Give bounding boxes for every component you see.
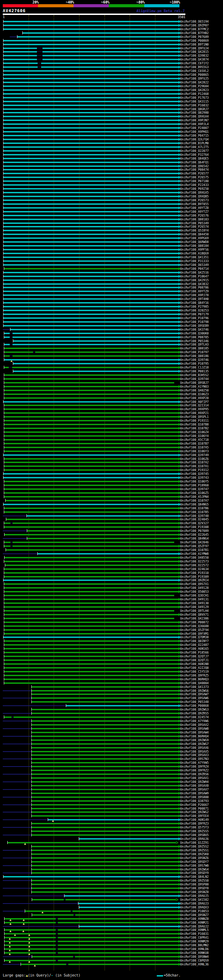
hit-bar[interactable] — [4, 492, 178, 494]
hit-bar[interactable] — [32, 815, 178, 817]
hit-label[interactable]: UniRef100_C5Y519 — [180, 670, 209, 673]
hit-label[interactable]: UniRef100_P16032 — [180, 103, 209, 107]
hit-label[interactable]: UniRef100_B6RHQ4 — [180, 735, 209, 738]
hit-bar[interactable] — [3, 169, 178, 170]
hit-bar[interactable] — [3, 180, 178, 182]
hit-label[interactable]: UniRef100_Q9SAX6 — [180, 746, 209, 749]
hit-label[interactable]: UniRef100_Q9ZWG6 — [180, 689, 209, 692]
hit-bar[interactable] — [32, 872, 178, 873]
hit-bar[interactable] — [4, 409, 178, 410]
hit-label[interactable]: UniRef100_P07180 — [180, 180, 209, 183]
hit-label[interactable]: UniRef100_Q9TLH3 — [180, 343, 209, 346]
hit-bar[interactable] — [32, 766, 178, 767]
hit-bar[interactable] — [32, 770, 178, 771]
hit-bar[interactable] — [32, 754, 178, 756]
hit-label[interactable]: UniRef100_Q43874 — [180, 58, 209, 61]
hit-bar[interactable] — [3, 123, 178, 125]
hit-bar[interactable] — [32, 720, 178, 722]
hit-bar[interactable] — [4, 644, 178, 646]
hit-bar[interactable] — [32, 773, 178, 775]
hit-label[interactable]: UniRef100_O22077 — [180, 149, 209, 153]
hit-label[interactable]: UniRef100_A6N1N8 — [180, 662, 209, 666]
hit-label[interactable]: UniRef100_O22573 — [180, 560, 209, 563]
hit-label[interactable]: UniRef100_Q39748 — [180, 514, 209, 518]
hit-label[interactable]: UniRef100_Q9ZWG3 — [180, 708, 209, 711]
hit-label[interactable]: UniRef100_Q39749 — [180, 453, 209, 457]
hit-label[interactable]: UniRef100_Q39832 — [180, 54, 209, 57]
hit-label[interactable]: UniRef100_Q9ZSS5 — [180, 829, 209, 833]
hit-label[interactable]: UniRef100_Q106Z4 — [180, 430, 209, 434]
hit-bar[interactable] — [3, 256, 178, 258]
hit-bar[interactable] — [4, 458, 178, 460]
hit-label[interactable]: UniRef100_A9PFS6 — [180, 248, 209, 251]
hit-bar[interactable] — [3, 112, 178, 113]
hit-bar[interactable] — [5, 922, 178, 923]
hit-label[interactable]: UniRef100_P19309 — [180, 575, 209, 579]
hit-bar[interactable] — [3, 150, 178, 151]
hit-bar[interactable] — [4, 576, 178, 578]
hit-bar[interactable] — [8, 842, 176, 843]
hit-bar[interactable] — [4, 633, 178, 635]
hit-bar[interactable] — [3, 253, 178, 254]
hit-label[interactable]: UniRef100_Q5I8Y4 — [180, 229, 209, 232]
hit-bar[interactable] — [21, 964, 178, 965]
hit-label[interactable]: UniRef100_P04714 — [180, 267, 209, 270]
hit-bar[interactable] — [4, 522, 178, 524]
hit-label[interactable]: UniRef100_Q84Y16 — [180, 301, 209, 304]
hit-label[interactable]: UniRef100_Q9ZRS5 — [180, 712, 209, 715]
hit-label[interactable]: UniRef100_Q5ZF94 — [180, 628, 209, 632]
hit-label[interactable]: UniRef100_P10647 — [180, 275, 209, 278]
hit-label[interactable]: UniRef100_Q43832 — [180, 282, 209, 286]
hit-label[interactable]: UniRef100_Q2I314 — [180, 404, 209, 407]
hit-label[interactable]: UniRef100_Q9SNZ8 — [180, 890, 209, 894]
hit-label[interactable]: UniRef100_B7FMC2 — [180, 27, 209, 31]
hit-label[interactable]: UniRef100_Q9SAW7 — [180, 692, 209, 696]
hit-bar[interactable] — [3, 321, 178, 323]
hit-label[interactable]: UniRef100_P00868 — [180, 704, 209, 708]
hit-label[interactable]: UniRef100_O49129 — [180, 605, 209, 609]
hit-label[interactable]: UniRef100_Q9SAX1 — [180, 776, 209, 780]
hit-label[interactable]: UniRef100_C6SVL2 — [180, 69, 209, 73]
hit-bar[interactable] — [3, 86, 178, 87]
hit-label[interactable]: UniRef100_P10053 — [180, 909, 209, 913]
hit-bar[interactable] — [3, 67, 178, 68]
hit-label[interactable]: UniRef100_A9NLD6 — [180, 947, 209, 951]
hit-label[interactable]: UniRef100_Q43746 — [180, 328, 209, 331]
hit-bar[interactable] — [3, 146, 178, 148]
hit-bar[interactable] — [4, 675, 178, 676]
hit-label[interactable]: UniRef100_Q1ZZ91 — [180, 841, 209, 845]
hit-label[interactable]: UniRef100_A9YTZ9 — [180, 290, 209, 293]
hit-label[interactable]: UniRef100_P00872 — [180, 620, 209, 624]
hit-bar[interactable] — [4, 667, 178, 668]
hit-bar[interactable] — [3, 241, 178, 243]
hit-label[interactable]: UniRef100_P05348 — [180, 700, 209, 704]
hit-label[interactable]: UniRef100_P26574 — [180, 225, 209, 228]
hit-label[interactable]: UniRef100_B1PLM0 — [180, 142, 209, 145]
hit-label[interactable]: UniRef100_Q3ECH1 — [180, 594, 209, 597]
hit-label[interactable]: UniRef100_P00871 — [180, 807, 209, 810]
hit-bar[interactable] — [4, 583, 178, 585]
hit-label[interactable]: UniRef100_Q107B5 — [180, 510, 209, 514]
hit-bar[interactable] — [32, 694, 178, 695]
hit-bar[interactable] — [32, 834, 178, 836]
hit-bar[interactable] — [32, 884, 178, 885]
hit-label[interactable]: UniRef100_Q9ZP07 — [180, 24, 209, 27]
hit-label[interactable]: UniRef100_P26575 — [180, 175, 209, 179]
hit-label[interactable]: UniRef100_Q9FRZ3 — [180, 822, 209, 825]
hit-bar[interactable] — [5, 565, 178, 566]
hit-bar[interactable] — [4, 546, 178, 547]
hit-bar[interactable] — [32, 811, 178, 813]
hit-bar[interactable] — [3, 264, 178, 266]
hit-bar[interactable] — [32, 792, 178, 794]
hit-label[interactable]: UniRef100_Q306K0 — [180, 332, 209, 335]
hit-label[interactable]: UniRef100_Q9T4H0 — [180, 297, 209, 301]
hit-bar[interactable] — [32, 789, 178, 790]
hit-label[interactable]: UniRef100_Q84LN2 — [180, 875, 209, 878]
hit-label[interactable]: UniRef100_C0PQS9 — [180, 959, 209, 962]
hit-label[interactable]: UniRef100_P05346 — [180, 339, 209, 343]
hit-label[interactable]: UniRef100_P26667 — [180, 803, 209, 807]
hit-label[interactable]: UniRef100_P19310 — [180, 571, 209, 575]
hit-bar[interactable] — [32, 914, 178, 916]
hit-bar[interactable] — [32, 743, 178, 745]
hit-label[interactable]: UniRef100_C6T1Y2 — [180, 62, 209, 65]
